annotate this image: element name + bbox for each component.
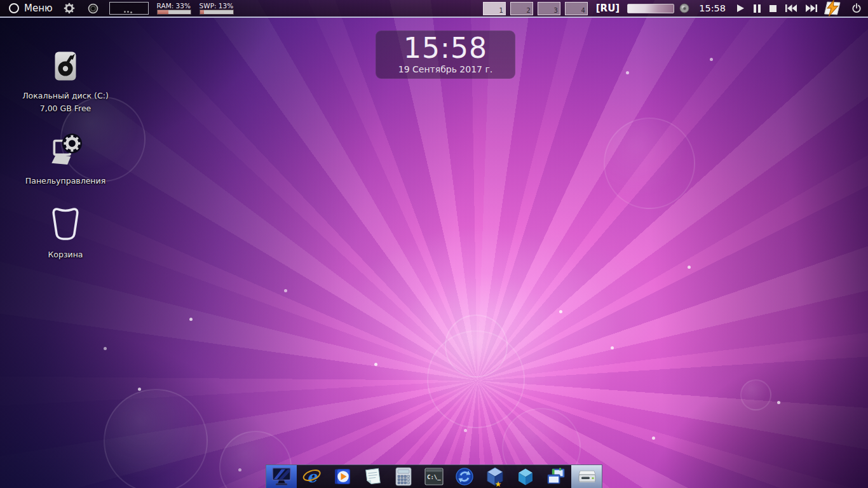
blue-cube-icon: [516, 467, 535, 486]
swap-bar: [200, 10, 234, 15]
next-track-button[interactable]: [806, 4, 817, 12]
dock-item-terminal[interactable]: C:\_: [419, 465, 449, 488]
media-player-icon: [333, 467, 352, 486]
sync-browser-icon: [455, 467, 474, 486]
workspace-2[interactable]: 2: [510, 2, 533, 15]
volume-slider[interactable]: [627, 4, 674, 13]
desktop-icon-trash[interactable]: Корзина: [17, 206, 114, 259]
dock-item-internet-explorer[interactable]: e: [297, 465, 327, 488]
hard-disk-icon: [54, 51, 77, 81]
virtualbox-star: ★: [495, 480, 502, 487]
pause-icon: [754, 4, 761, 13]
window-list[interactable]: [109, 2, 149, 15]
ram-bar-fill: [158, 10, 168, 14]
stop-icon: [770, 5, 776, 12]
panel-clock: 15:58: [699, 3, 726, 13]
calculator-icon: [395, 467, 412, 486]
panel-left: Меню RAM: 33% SWP: 13%: [0, 0, 234, 17]
control-panel-icon: [48, 131, 83, 166]
wallpaper-bubble: [104, 389, 208, 488]
power-icon: [851, 3, 862, 13]
record-button[interactable]: [88, 3, 98, 14]
dock-item-my-computer[interactable]: [266, 465, 297, 488]
swap-label: SWP: 13%: [200, 2, 234, 10]
terminal-icon: C:\_: [424, 468, 444, 485]
top-panel: Меню RAM: 33% SWP: 13%: [0, 0, 868, 18]
virtualbox-icon: ★: [485, 466, 505, 487]
menu-button[interactable]: Меню: [9, 3, 53, 14]
swap-monitor: SWP: 13%: [200, 2, 234, 15]
wallpaper-bubble: [740, 379, 771, 410]
dock-item-sync-browser[interactable]: [449, 465, 480, 488]
wallpaper-bubble: [604, 118, 695, 209]
notepad-icon: [364, 467, 382, 486]
record-icon: [88, 3, 98, 14]
removable-drive-icon: [576, 468, 597, 485]
settings-button[interactable]: [64, 3, 75, 14]
next-track-icon: [806, 4, 817, 12]
dock-item-removable-drive[interactable]: [571, 465, 602, 488]
desktop-screen: Меню RAM: 33% SWP: 13%: [0, 0, 868, 488]
swap-bar-fill: [200, 10, 205, 14]
dock-item-virtualbox[interactable]: ★: [480, 465, 510, 488]
winamp-icon: [824, 0, 841, 17]
workspace-4[interactable]: 4: [565, 2, 588, 15]
dock-item-media-player[interactable]: [327, 465, 358, 488]
desktop-icon-sublabel: 7,00 GB Free: [17, 104, 114, 113]
previous-track-button[interactable]: [785, 4, 797, 12]
keyboard-layout-indicator[interactable]: [RU]: [596, 3, 620, 14]
trash-icon: [51, 206, 79, 240]
pause-button[interactable]: [754, 4, 761, 13]
clock-widget: 15:58 19 Сентябрь 2017 г.: [376, 30, 515, 79]
clock-widget-time: 15:58: [376, 32, 515, 64]
dock-item-notepad[interactable]: [358, 465, 388, 488]
workspace-1[interactable]: 1: [483, 2, 506, 15]
settings-gear-icon: [64, 3, 75, 14]
dock-item-file-manager[interactable]: [541, 465, 571, 488]
power-button[interactable]: [851, 3, 862, 13]
workspace-3[interactable]: 3: [538, 2, 560, 15]
file-manager-icon: [546, 468, 566, 485]
terminal-prompt: C:\_: [427, 474, 441, 480]
window-list-graph: [124, 11, 126, 13]
desktop-icon-label: Корзина: [17, 250, 114, 259]
wallpaper-bubble: [427, 330, 525, 428]
ram-monitor: RAM: 33%: [157, 2, 191, 15]
internet-explorer-icon: e: [302, 467, 322, 486]
workspace-switcher: 1 2 3 4: [483, 2, 588, 15]
play-icon: [736, 4, 745, 13]
desktop-icon-label: Панельуправления: [17, 176, 114, 186]
desktop-icon-label: Локальный диск (C:): [17, 91, 114, 100]
panel-right: 1 2 3 4 [RU] 15:58: [483, 0, 868, 17]
media-controls: [736, 4, 817, 13]
play-button[interactable]: [736, 4, 745, 13]
winamp-button[interactable]: [824, 0, 841, 17]
ram-label: RAM: 33%: [157, 2, 191, 10]
desktop-icon-control-panel[interactable]: Панельуправления: [17, 131, 114, 186]
clock-widget-date: 19 Сентябрь 2017 г.: [376, 64, 515, 74]
speaker-icon[interactable]: [679, 3, 689, 13]
menu-label: Меню: [24, 3, 53, 14]
ram-bar: [157, 10, 191, 15]
dock-item-blue-cube[interactable]: [510, 465, 541, 488]
dock: e: [266, 464, 602, 488]
dock-item-calculator[interactable]: [388, 465, 419, 488]
menu-circle-icon: [9, 3, 19, 13]
desktop-icon-local-disk[interactable]: Локальный диск (C:) 7,00 GB Free: [17, 51, 114, 113]
my-computer-icon: [271, 467, 292, 486]
stop-button[interactable]: [770, 5, 776, 12]
previous-track-icon: [785, 4, 797, 12]
